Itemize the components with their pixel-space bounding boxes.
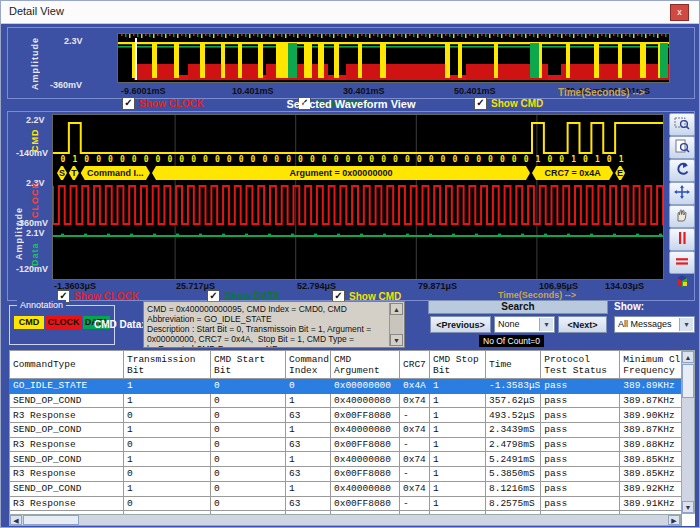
table-cell: 389.85KHz [620,452,682,467]
search-filter-dropdown[interactable]: None ▾ [494,316,555,333]
cmd-y-max: 2.2V [26,115,45,125]
bit-value: 0 [164,155,176,164]
next-button[interactable]: <Next> [558,316,607,333]
undo-icon [674,162,690,180]
table-cell: 1 [430,496,486,511]
x-tick-label: 134.03μS [605,281,644,291]
table-cell: 1 [124,452,211,467]
zoom-page-button[interactable] [669,136,695,159]
table-row[interactable]: GO_IDLE_STATE1000x000000000x4A1-1.3583μS… [10,379,682,394]
vertical-cursors-button[interactable] [669,228,695,251]
table-cell: 0 [211,393,286,408]
bit-value: 0 [81,155,93,164]
column-header[interactable]: CMD Stop Bit [430,351,486,379]
overview-y-axis-label: Amplitude [30,38,40,90]
table-cell: 0 [211,437,286,452]
bit-value: 0 [176,155,188,164]
previous-button[interactable]: <Previous> [430,316,491,333]
color-cube-button[interactable] [671,274,693,292]
horizontal-cursors-icon [674,254,690,272]
column-header[interactable]: CommandType [10,351,124,379]
column-header[interactable]: CRC7 [400,351,430,379]
table-row[interactable]: SEND_OP_COND1010x400000800x7412.3439mSpa… [10,423,682,438]
undo-button[interactable] [669,159,695,182]
show-dropdown[interactable]: All Messages ▾ [614,316,695,333]
table-row[interactable]: SEND_OP_COND1010x400000800x741357.62μSpa… [10,393,682,408]
bit-value: 0 [437,155,449,164]
vertical-cursors-icon [674,231,690,249]
close-button[interactable]: x [670,4,689,21]
chevron-down-icon[interactable]: ▾ [539,318,553,331]
clock-y-min: -360mV [16,218,48,228]
signal-chip-clock: CLOCK [46,316,81,329]
bit-value: 0 [603,155,615,164]
table-cell: 0 [211,423,286,438]
table-cell: pass [541,452,620,467]
chevron-down-icon[interactable]: ▾ [679,318,693,331]
pan-button[interactable] [669,182,695,205]
table-cell: pass [541,423,620,438]
table-cell: 1 [286,393,331,408]
x-tick-label: -9.6001mS [121,86,166,96]
table-row[interactable]: R3 Response00630x00FF8080-1493.52μSpass3… [10,408,682,423]
scroll-left-icon[interactable]: ◀ [10,515,22,525]
scroll-up-icon[interactable]: ▲ [682,351,694,363]
cmd-data-scrollbar[interactable]: ▲ ▼ [389,303,403,346]
bit-value: 0 [449,155,461,164]
scroll-down-icon[interactable]: ▼ [390,334,403,346]
table-row[interactable]: R3 Response00630x00FF8080-18.2575mSpass3… [10,496,682,511]
scroll-down-icon[interactable]: ▼ [682,501,694,513]
horizontal-cursors-button[interactable] [669,251,695,274]
data-signal-label: Data [30,238,40,266]
table-header-row: CommandTypeTransmission BitCMD Start Bit… [10,351,682,379]
table-cell: 0 [211,496,286,511]
cmd-data-text: CMD = 0x400000000095, CMD Index = CMD0, … [147,304,388,348]
scroll-right-icon[interactable]: ▶ [668,515,680,525]
bit-value: 0 [354,155,366,164]
cmd-data-textarea[interactable]: CMD = 0x400000000095, CMD Index = CMD0, … [143,301,405,348]
bit-value: 0 [295,155,307,164]
bit-value: 0 [306,155,318,164]
table-cell: 389.91KHz [620,496,682,511]
table-cell: 1 [430,393,486,408]
bit-value: 1 [532,155,544,164]
overview-panel: 2.3V Amplitude -360mV -9.6001mS10.401mS3… [7,27,695,99]
table-cell: 0 [211,408,286,423]
table-row[interactable]: SEND_OP_COND1010x400000800x7415.2491mSpa… [10,452,682,467]
bit-value: 0 [342,155,354,164]
window-title: Detail View [9,5,64,17]
bit-value: 0 [259,155,271,164]
table-cell: GO_IDLE_STATE [10,379,124,394]
column-header[interactable]: Protocol Test Status [541,351,620,379]
bit-value: 0 [116,155,128,164]
selected-y-axis-label: Amplitude [14,174,24,260]
table-vertical-scrollbar[interactable]: ▲ ▼ [681,350,695,514]
column-header[interactable]: Command Index [286,351,331,379]
table-horizontal-scrollbar[interactable]: ◀ ▶ [9,514,681,526]
table-row[interactable]: R3 Response00630x00FF8080-12.4798mSpass3… [10,437,682,452]
table-cell: 63 [286,408,331,423]
table-row[interactable]: SEND_OP_COND1010x400000800x7418.1216mSpa… [10,481,682,496]
column-header[interactable]: CMD Argument [331,351,400,379]
column-header[interactable]: Transmission Bit [124,351,211,379]
hand-tool-button[interactable] [669,205,695,228]
table-cell: 1 [124,379,211,394]
table-row[interactable]: R3 Response00630x00FF8080-15.3850mSpass3… [10,467,682,482]
decoded-message-table: CommandTypeTransmission BitCMD Start Bit… [9,350,695,526]
show-value: All Messages [618,319,672,329]
table-cell: pass [541,393,620,408]
detail-view-window: Detail View x 2.3V Amplitude -360mV -9.6… [0,0,700,528]
clock-signal-label: CLOCK [30,188,40,218]
table-cell: 8.1216mS [486,481,541,496]
color-cube-icon [673,273,691,294]
table-cell: 0x74 [400,423,430,438]
scroll-up-icon[interactable]: ▲ [390,303,403,315]
column-header[interactable]: Time [486,351,541,379]
zoom-select-button[interactable] [669,113,695,136]
selected-waveforms [53,115,663,279]
x-tick-label: 50.401mS [454,86,496,96]
zoom-page-icon [674,139,690,157]
search-header: Search [428,300,608,314]
column-header[interactable]: Minimum Cl Frequency [620,351,682,379]
column-header[interactable]: CMD Start Bit [211,351,286,379]
